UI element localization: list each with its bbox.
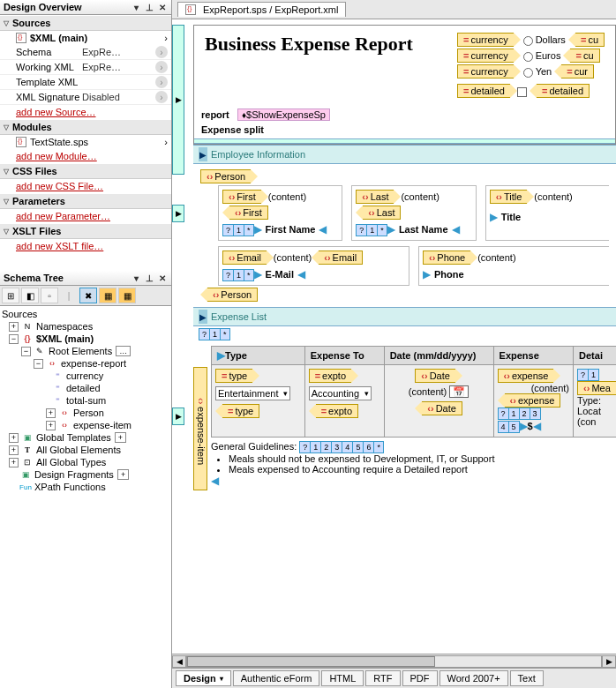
scroll-left-icon[interactable]: ◀ — [172, 655, 186, 668]
date-tag[interactable]: ‹›Date — [415, 369, 455, 383]
expto-select[interactable]: Accounting — [309, 386, 372, 400]
currency-tag[interactable]: =currency — [457, 33, 514, 47]
tab-design[interactable]: Design▾ — [176, 670, 231, 686]
tree-expense-report[interactable]: −‹›expense-report — [2, 357, 169, 370]
go-icon[interactable]: › — [164, 33, 168, 43]
type-tag[interactable]: =type — [215, 369, 252, 383]
radio-yen[interactable] — [523, 68, 533, 78]
tree-person[interactable]: +‹›Person — [2, 407, 169, 419]
email-tag-close[interactable]: ‹›Email — [319, 251, 363, 265]
vertical-marker[interactable]: ▶ — [172, 205, 184, 222]
tree-namespaces[interactable]: +NNamespaces — [2, 320, 169, 333]
collapse-icon[interactable]: − — [21, 347, 31, 356]
css-section[interactable]: ▽CSS Files — [0, 163, 171, 179]
vertical-marker[interactable]: ▶ — [172, 25, 184, 175]
nav-left-icon[interactable]: ◀ — [211, 475, 219, 487]
scroll-right-icon[interactable]: ▶ — [602, 655, 616, 668]
tree-xpath-functions[interactable]: FunXPath Functions — [2, 481, 169, 493]
tab-authentic[interactable]: Authentic eForm — [233, 670, 320, 686]
expand-icon[interactable]: + — [46, 408, 56, 418]
tab-html[interactable]: HTML — [321, 670, 364, 686]
expto-tag[interactable]: =expto — [309, 369, 351, 383]
modules-section[interactable]: ▽Modules — [0, 119, 171, 135]
cardinality-box[interactable]: ?1 — [577, 369, 599, 381]
cardinality-box[interactable]: 45 — [498, 421, 520, 433]
currency-tag-close[interactable]: =cu — [570, 49, 599, 63]
tree-rootelements[interactable]: −✎Root Elements… — [2, 345, 169, 357]
currency-tag-close[interactable]: =cur — [561, 64, 594, 79]
scroll-thumb[interactable] — [187, 656, 435, 667]
radio-dollars[interactable] — [523, 36, 533, 46]
collapse-icon[interactable]: − — [9, 334, 19, 344]
tree-global-elements[interactable]: +TAll Global Elements — [2, 444, 169, 456]
go-icon[interactable]: › — [155, 91, 168, 103]
tree-sources[interactable]: Sources — [2, 308, 169, 320]
first-tag-close[interactable]: ‹›First — [229, 206, 268, 220]
expand-icon[interactable]: + — [9, 445, 19, 455]
email-tag[interactable]: ‹›Email — [222, 251, 267, 265]
add-module-link[interactable]: add new Module… — [0, 149, 171, 163]
expand-icon[interactable]: + — [9, 433, 19, 443]
go-icon[interactable]: › — [155, 46, 168, 58]
expense-item-vtag[interactable]: ‹› expense-item — [193, 367, 207, 490]
toolbar-btn-2[interactable]: ◧ — [21, 288, 39, 303]
type-tag-close[interactable]: =type — [222, 404, 259, 418]
mea-tag[interactable]: ‹›Mea — [577, 381, 616, 395]
title-tag[interactable]: ‹›Title — [490, 190, 528, 204]
cardinality-box[interactable]: ?123456* — [299, 441, 384, 453]
add-param-link[interactable]: add new Parameter… — [0, 209, 171, 223]
add-css-link[interactable]: add new CSS File… — [0, 179, 171, 193]
first-tag[interactable]: ‹›First — [222, 190, 261, 204]
date-picker-icon[interactable]: 📅 — [449, 385, 469, 398]
tree-expense-item[interactable]: +‹›expense-item — [2, 419, 169, 431]
section-arrow-icon[interactable]: ▶ — [199, 147, 207, 161]
cardinality-box[interactable]: ?1* — [356, 224, 387, 236]
expand-icon[interactable]: + — [9, 322, 19, 332]
dropdown-icon[interactable]: ▾ — [131, 273, 141, 283]
sources-section[interactable]: ▽Sources — [0, 15, 171, 31]
tree-currency[interactable]: ⁼currency — [2, 370, 169, 382]
currency-tag-close[interactable]: =cu — [575, 33, 605, 47]
templatexml-row[interactable]: Template XML› — [0, 75, 171, 90]
person-tag-close[interactable]: ‹›Person — [207, 288, 258, 302]
vertical-marker[interactable]: ▶ — [172, 408, 184, 425]
checkbox-detailed[interactable] — [517, 87, 527, 97]
expand-icon[interactable]: + — [46, 421, 56, 430]
tree-global-templates[interactable]: +▣Global Templates+ — [2, 431, 169, 444]
cardinality-box[interactable]: ?123 — [498, 408, 541, 420]
expense-tag-close[interactable]: ‹›expense — [505, 393, 561, 408]
toolbar-btn-1[interactable]: ⊞ — [2, 288, 19, 303]
doc-tab[interactable]: ExpReport.sps / ExpReport.xml — [177, 2, 346, 17]
person-tag-open[interactable]: ‹›Person — [200, 169, 251, 183]
expand-icon[interactable]: + — [9, 458, 19, 467]
toolbar-btn-6[interactable]: ▦ — [118, 288, 136, 303]
dropdown-icon[interactable]: ▾ — [131, 2, 141, 12]
expense-tag[interactable]: ‹›expense — [498, 369, 554, 383]
xmlsignature-row[interactable]: XML SignatureDisabled› — [0, 90, 171, 105]
tab-word[interactable]: Word 2007+ — [439, 670, 508, 686]
tree-global-types[interactable]: +⊡All Global Types — [2, 456, 169, 468]
section-arrow-icon[interactable]: ▶ — [199, 310, 207, 324]
currency-tag[interactable]: =currency — [457, 49, 514, 63]
cardinality-box[interactable]: ?1* — [222, 269, 254, 281]
radio-euros[interactable] — [523, 52, 533, 62]
tab-text[interactable]: Text — [510, 670, 544, 686]
workingxml-row[interactable]: Working XMLExpRe…› — [0, 60, 171, 75]
xml-main-item[interactable]: $XML (main)› — [0, 31, 171, 45]
phone-tag[interactable]: ‹›Phone — [423, 251, 470, 265]
textstate-item[interactable]: TextState.sps› — [0, 135, 171, 149]
tree-detailed[interactable]: ⁼detailed — [2, 382, 169, 394]
cardinality-box[interactable]: ?1* — [199, 328, 230, 340]
date-tag-close[interactable]: ‹›Date — [422, 401, 462, 415]
tree-xmlmain[interactable]: −{}$XML (main) — [2, 333, 169, 345]
last-tag-close[interactable]: ‹›Last — [363, 206, 401, 220]
close-icon[interactable]: ✕ — [157, 2, 168, 12]
cardinality-box[interactable]: ?1* — [222, 224, 254, 236]
add-xslt-link[interactable]: add new XSLT file… — [0, 239, 171, 253]
pin-icon[interactable]: ⊥ — [144, 2, 154, 12]
type-select[interactable]: Entertainment — [215, 386, 290, 400]
go-icon[interactable]: › — [164, 137, 168, 147]
params-section[interactable]: ▽Parameters — [0, 193, 171, 209]
expto-tag-close[interactable]: =expto — [316, 404, 358, 418]
toolbar-btn-5[interactable]: ▦ — [99, 288, 116, 303]
